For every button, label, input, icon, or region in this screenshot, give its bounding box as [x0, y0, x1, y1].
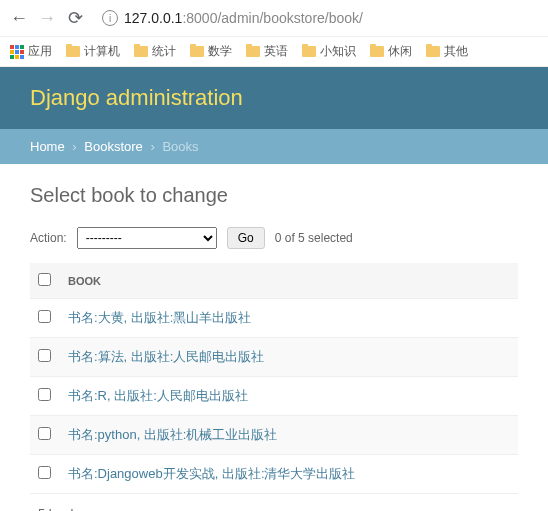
- breadcrumb-sep: ›: [150, 139, 154, 154]
- folder-icon: [134, 46, 148, 57]
- column-header-book[interactable]: BOOK: [60, 263, 518, 299]
- info-icon: i: [102, 10, 118, 26]
- browser-toolbar: ← → ⟳ i 127.0.0.1:8000/admin/bookstore/b…: [0, 0, 548, 37]
- result-count: 5 books: [30, 494, 518, 511]
- bookmark-label: 统计: [152, 43, 176, 60]
- table-row: 书名:python, 出版社:机械工业出版社: [30, 416, 518, 455]
- folder-icon: [426, 46, 440, 57]
- action-select[interactable]: ---------: [77, 227, 217, 249]
- apps-button[interactable]: 应用: [10, 43, 52, 60]
- breadcrumb: Home › Bookstore › Books: [0, 129, 548, 164]
- bookmark-folder[interactable]: 统计: [134, 43, 176, 60]
- folder-icon: [66, 46, 80, 57]
- table-row: 书名:大黄, 出版社:黑山羊出版社: [30, 299, 518, 338]
- row-checkbox[interactable]: [38, 427, 51, 440]
- url-path: /admin/bookstore/book/: [217, 10, 363, 26]
- folder-icon: [246, 46, 260, 57]
- bookmarks-bar: 应用 计算机 统计 数学 英语 小知识 休闲 其他: [0, 37, 548, 67]
- go-button[interactable]: Go: [227, 227, 265, 249]
- bookmark-folder[interactable]: 英语: [246, 43, 288, 60]
- bookmark-label: 休闲: [388, 43, 412, 60]
- bookmark-label: 数学: [208, 43, 232, 60]
- folder-icon: [370, 46, 384, 57]
- book-link[interactable]: 书名:大黄, 出版社:黑山羊出版社: [68, 310, 251, 325]
- changelist-table: BOOK 书名:大黄, 出版社:黑山羊出版社 书名:算法, 出版社:人民邮电出版…: [30, 263, 518, 494]
- site-header: Django administration: [0, 67, 548, 129]
- select-all-header: [30, 263, 60, 299]
- bookmark-folder[interactable]: 数学: [190, 43, 232, 60]
- bookmark-label: 英语: [264, 43, 288, 60]
- url-text: 127.0.0.1:8000/admin/bookstore/book/: [124, 10, 363, 26]
- breadcrumb-sep: ›: [72, 139, 76, 154]
- page-title: Select book to change: [30, 184, 518, 207]
- reload-button[interactable]: ⟳: [66, 9, 84, 27]
- folder-icon: [302, 46, 316, 57]
- book-link[interactable]: 书名:算法, 出版社:人民邮电出版社: [68, 349, 264, 364]
- select-all-checkbox[interactable]: [38, 273, 51, 286]
- action-label: Action:: [30, 231, 67, 245]
- address-bar[interactable]: i 127.0.0.1:8000/admin/bookstore/book/: [94, 6, 538, 30]
- action-bar: Action: --------- Go 0 of 5 selected: [30, 227, 518, 249]
- bookmark-folder[interactable]: 计算机: [66, 43, 120, 60]
- bookmark-folder[interactable]: 休闲: [370, 43, 412, 60]
- apps-icon: [10, 45, 24, 59]
- site-title: Django administration: [30, 85, 243, 110]
- bookmark-folder[interactable]: 小知识: [302, 43, 356, 60]
- row-checkbox[interactable]: [38, 466, 51, 479]
- folder-icon: [190, 46, 204, 57]
- selection-count: 0 of 5 selected: [275, 231, 353, 245]
- book-link[interactable]: 书名:R, 出版社:人民邮电出版社: [68, 388, 248, 403]
- back-button[interactable]: ←: [10, 9, 28, 27]
- bookmark-label: 计算机: [84, 43, 120, 60]
- url-host: 127.0.0.1: [124, 10, 182, 26]
- content: Select book to change Action: --------- …: [0, 164, 548, 511]
- row-checkbox[interactable]: [38, 349, 51, 362]
- table-row: 书名:Djangoweb开发实战, 出版社:清华大学出版社: [30, 455, 518, 494]
- breadcrumb-current: Books: [162, 139, 198, 154]
- breadcrumb-app[interactable]: Bookstore: [84, 139, 143, 154]
- forward-button[interactable]: →: [38, 9, 56, 27]
- book-link[interactable]: 书名:Djangoweb开发实战, 出版社:清华大学出版社: [68, 466, 356, 481]
- apps-label: 应用: [28, 43, 52, 60]
- url-port: :8000: [182, 10, 217, 26]
- table-row: 书名:算法, 出版社:人民邮电出版社: [30, 338, 518, 377]
- table-row: 书名:R, 出版社:人民邮电出版社: [30, 377, 518, 416]
- bookmark-label: 小知识: [320, 43, 356, 60]
- book-link[interactable]: 书名:python, 出版社:机械工业出版社: [68, 427, 277, 442]
- row-checkbox[interactable]: [38, 310, 51, 323]
- bookmark-label: 其他: [444, 43, 468, 60]
- bookmark-folder[interactable]: 其他: [426, 43, 468, 60]
- row-checkbox[interactable]: [38, 388, 51, 401]
- breadcrumb-home[interactable]: Home: [30, 139, 65, 154]
